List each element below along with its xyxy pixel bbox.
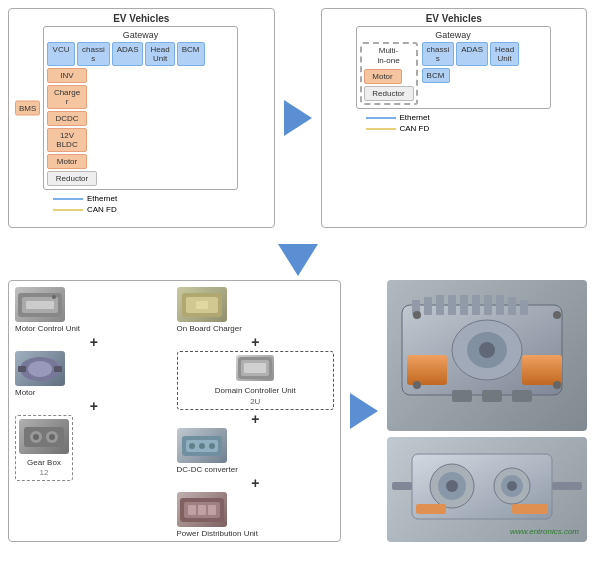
svg-rect-6 xyxy=(18,366,26,372)
svg-rect-15 xyxy=(196,301,208,309)
svg-point-11 xyxy=(33,434,39,440)
svg-rect-28 xyxy=(208,505,216,515)
comp-inv: INV xyxy=(47,68,87,83)
product-image-bottom: www.entronics.com xyxy=(387,437,587,542)
charger-label: On Board Charger xyxy=(177,324,335,333)
multi-in-one-label: Multi- in-one xyxy=(364,46,414,65)
plus-2: + xyxy=(15,399,173,413)
arrow-right-bottom-shape xyxy=(350,393,378,429)
motor-icon xyxy=(15,351,65,386)
svg-rect-59 xyxy=(392,482,412,490)
right-comp-motor: Motor xyxy=(364,69,402,84)
product-images: www.entronics.com xyxy=(387,280,587,542)
arrow-down-container xyxy=(0,240,595,280)
svg-point-12 xyxy=(49,434,55,440)
svg-point-21 xyxy=(189,443,195,449)
right-ethernet-line xyxy=(366,117,396,119)
svg-point-55 xyxy=(446,480,458,492)
charger-icon xyxy=(177,287,227,322)
left-top-components: VCU chassis ADAS HeadUnit BCM xyxy=(47,42,234,66)
right-can-fd-line xyxy=(366,128,396,130)
pdu-label: Power Distribution Unit xyxy=(177,529,335,538)
domain-num: 2U xyxy=(250,397,260,406)
plus-1: + xyxy=(15,335,173,349)
motor-control-item: Motor Control Unit xyxy=(15,287,173,333)
arrow-right-bottom xyxy=(349,280,379,542)
svg-point-3 xyxy=(52,295,56,299)
col-left: Motor Control Unit + xyxy=(15,287,173,538)
left-legend: Ethernet CAN FD xyxy=(53,194,270,214)
svg-point-47 xyxy=(413,381,421,389)
comp-motor: Motor xyxy=(47,154,87,169)
bms-box: BMS xyxy=(15,101,40,116)
domain-dashed: Domain Controller Unit 2U xyxy=(177,351,335,410)
right-can-fd-label: CAN FD xyxy=(400,124,430,133)
svg-rect-7 xyxy=(54,366,62,372)
right-comp-head-unit: HeadUnit xyxy=(490,42,519,66)
svg-rect-31 xyxy=(424,297,432,315)
plus-4: + xyxy=(177,412,335,426)
comp-adas: ADAS xyxy=(112,42,144,66)
svg-point-45 xyxy=(413,311,421,319)
comp-reductor: Reductor xyxy=(47,171,97,186)
comp-bcm: BCM xyxy=(177,42,205,66)
gearbox-dashed: Gear Box 12 xyxy=(15,415,73,481)
svg-rect-41 xyxy=(522,355,562,385)
comp-head-unit: HeadUnit xyxy=(145,42,174,66)
svg-point-58 xyxy=(507,481,517,491)
components-box: Motor Control Unit + xyxy=(8,280,341,542)
arrow-right-shape xyxy=(284,100,312,136)
svg-rect-39 xyxy=(520,300,528,315)
svg-rect-33 xyxy=(448,295,456,315)
svg-rect-50 xyxy=(482,390,502,402)
comp-charger: Charger xyxy=(47,85,87,109)
left-diagram-title: EV Vehicles xyxy=(13,13,270,24)
left-gateway-title: Gateway xyxy=(47,30,234,40)
svg-rect-61 xyxy=(416,504,446,514)
multi-in-one-box: Multi- in-one Motor Reductor xyxy=(360,42,418,105)
svg-rect-2 xyxy=(26,301,54,309)
col-right: On Board Charger + xyxy=(177,287,335,538)
domain-label: Domain Controller Unit xyxy=(215,386,296,395)
svg-point-22 xyxy=(199,443,205,449)
right-legend: Ethernet CAN FD xyxy=(366,113,583,133)
product-bottom-svg xyxy=(392,444,582,534)
dashed-num: 12 xyxy=(40,468,49,477)
right-comp-reductor: Reductor xyxy=(364,86,414,101)
can-fd-label: CAN FD xyxy=(87,205,117,214)
product-image-top xyxy=(387,280,587,431)
ethernet-line xyxy=(53,198,83,200)
right-ethernet-label: Ethernet xyxy=(400,113,430,122)
right-top-components: chassis ADAS HeadUnit BCM xyxy=(422,42,547,83)
svg-rect-26 xyxy=(188,505,196,515)
comp-12v-bldc: 12VBLDC xyxy=(47,128,87,152)
svg-rect-36 xyxy=(484,295,492,315)
charger-item: On Board Charger xyxy=(177,287,335,333)
arrow-down-shape xyxy=(278,244,318,276)
comp-dcdc: DCDC xyxy=(47,111,87,126)
plus-3: + xyxy=(177,335,335,349)
svg-rect-38 xyxy=(508,297,516,315)
bottom-section: Motor Control Unit + xyxy=(0,280,595,550)
comp-chassis: chassis xyxy=(77,42,110,66)
right-comp-bcm: BCM xyxy=(422,68,450,83)
right-comp-adas: ADAS xyxy=(456,42,488,66)
watermark: www.entronics.com xyxy=(510,527,579,536)
dcdc-item: DC-DC converter xyxy=(177,428,335,474)
right-legend-can-fd: CAN FD xyxy=(366,124,583,133)
gearbox-icon xyxy=(19,419,69,454)
svg-rect-34 xyxy=(460,295,468,315)
svg-rect-49 xyxy=(452,390,472,402)
domain-icon xyxy=(236,355,274,381)
svg-point-46 xyxy=(553,311,561,319)
can-fd-line xyxy=(53,209,83,211)
svg-rect-27 xyxy=(198,505,206,515)
comp-vcu: VCU xyxy=(47,42,75,66)
ethernet-label: Ethernet xyxy=(87,194,117,203)
motor-control-label: Motor Control Unit xyxy=(15,324,173,333)
right-gateway-box: Gateway Multi- in-one Motor Reductor xyxy=(356,26,551,109)
svg-rect-40 xyxy=(407,355,447,385)
svg-rect-37 xyxy=(496,295,504,315)
top-section: EV Vehicles BMS Gateway VCU chassis ADAS… xyxy=(0,0,595,240)
plus-5: + xyxy=(177,476,335,490)
